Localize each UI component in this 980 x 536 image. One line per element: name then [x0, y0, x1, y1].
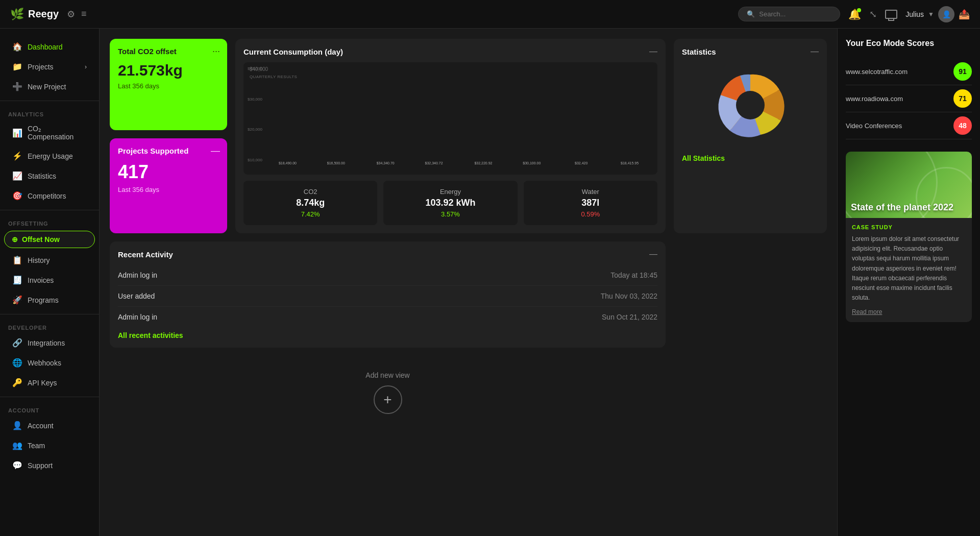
sidebar-item-integrations[interactable]: 🔗 Integrations: [4, 333, 95, 352]
sidebar-item-programs[interactable]: 🚀 Programs: [4, 290, 95, 309]
sidebar-item-api-keys[interactable]: 🔑 API Keys: [4, 373, 95, 392]
topnav-right: 🔍 🔔 ⤡ Julius ▼ 👤 📤: [738, 6, 970, 22]
sidebar-item-projects[interactable]: 📁 Projects ›: [4, 57, 95, 76]
pie-chart-container: [682, 64, 819, 146]
sidebar-label-energy: Energy Usage: [28, 152, 73, 160]
projects-card-title: Projects Supported: [118, 147, 219, 155]
co2-offset-card: Total CO2 offset ··· 21.573kg Last 356 d…: [110, 39, 227, 130]
user-menu[interactable]: Julius ▼ 👤 📤: [905, 6, 970, 22]
consumption-chart-panel: Current Consumption (day) — $40,000 QUAR…: [235, 39, 666, 233]
developer-section-label: DEVELOPER: [0, 319, 99, 333]
co2-card-sub: Last 356 days: [118, 82, 219, 90]
co2-card-value: 21.573kg: [118, 62, 219, 79]
sidebar-label-team: Team: [28, 442, 45, 450]
eco-score-row: www.selcotraffic.com 91: [846, 58, 972, 85]
chart-bars-container: $18,490.00$16,500.00$34,340.70$32,340.72…: [264, 84, 653, 170]
activity-date: Today at 18:45: [610, 271, 657, 279]
target-icon: 🎯: [12, 191, 22, 201]
integrations-icon: 🔗: [12, 338, 22, 348]
stat-value: 8.74kg: [251, 198, 370, 208]
activity-row: Admin log in Today at 18:45: [118, 265, 657, 286]
top-navigation: 🌿 Reegy ⚙ ≡ 🔍 🔔 ⤡ Julius ▼ 👤 📤: [0, 0, 980, 29]
exit-icon[interactable]: 📤: [959, 9, 970, 20]
stat-label: Energy: [390, 188, 510, 196]
statistics-minimize-icon[interactable]: —: [811, 47, 819, 56]
projects-card-options[interactable]: —: [211, 145, 220, 156]
expand-icon[interactable]: ⤡: [869, 9, 877, 20]
sidebar-item-dashboard[interactable]: 🏠 Dashboard: [4, 37, 95, 56]
activity-title: Recent Activity: [118, 250, 173, 259]
chart-title: Current Consumption (day): [243, 47, 343, 56]
sidebar-label-webhooks: Webhooks: [28, 359, 61, 367]
eco-title: Your Eco Mode Scores: [846, 39, 972, 48]
search-input[interactable]: [759, 10, 830, 18]
plus-circle-icon: ➕: [12, 82, 22, 91]
user-name: Julius: [905, 10, 924, 18]
add-view-button[interactable]: +: [374, 385, 402, 414]
stat-value: 103.92 kWh: [390, 198, 510, 208]
eco-scores-container: www.selcotraffic.com 91 www.roadiowa.com…: [846, 58, 972, 139]
eco-score-row: Video Conferences 48: [846, 112, 972, 139]
sidebar-label-co2: CO₂ Compensation: [28, 125, 87, 141]
recent-activity-panel: Recent Activity — Admin log in Today at …: [110, 241, 666, 348]
activity-minimize-icon[interactable]: —: [649, 250, 657, 259]
activity-row: User added Thu Nov 03, 2022: [118, 286, 657, 307]
add-view-area: Add new view +: [110, 356, 666, 429]
team-icon: 👥: [12, 441, 22, 450]
sidebar-item-co2[interactable]: 📊 CO₂ Compensation: [4, 120, 95, 145]
co2-icon: 📊: [12, 128, 22, 138]
account-icon: 👤: [12, 421, 22, 430]
sidebar-item-account[interactable]: 👤 Account: [4, 416, 95, 435]
chevron-down-icon: ▼: [928, 11, 934, 18]
case-study-label: CASE STUDY: [852, 224, 966, 230]
notification-bell[interactable]: 🔔: [848, 8, 861, 20]
home-icon: 🏠: [12, 42, 22, 52]
activity-rows-container: Admin log in Today at 18:45 User added T…: [118, 265, 657, 327]
sidebar-item-support[interactable]: 💬 Support: [4, 456, 95, 475]
planet-card-body: CASE STUDY Lorem ipsum dolor sit amet co…: [846, 218, 972, 322]
y-label-1: $30,000: [248, 97, 262, 102]
all-activities-link[interactable]: All recent activities: [118, 327, 657, 339]
svg-point-1: [736, 91, 765, 119]
sidebar-label-api-keys: API Keys: [28, 379, 57, 387]
sidebar-item-invoices[interactable]: 🧾 Invoices: [4, 271, 95, 289]
statistics-title: Statistics: [682, 47, 716, 56]
gear-icon[interactable]: ⚙: [67, 9, 75, 20]
bar-label: $32,420: [575, 161, 587, 165]
offset-plus-icon: ⊕: [12, 235, 18, 243]
y-label-2: $20,000: [248, 127, 262, 132]
activity-date: Sun Oct 21, 2022: [602, 313, 657, 321]
notification-dot: [857, 8, 861, 12]
stat-label: Water: [531, 188, 650, 196]
bar-label: $32,220.92: [474, 161, 492, 165]
folder-icon: 📁: [12, 62, 22, 71]
sidebar-label-support: Support: [28, 461, 53, 470]
co2-card-options[interactable]: ···: [212, 46, 220, 57]
activity-date: Thu Nov 03, 2022: [601, 292, 657, 300]
eco-score-badge: 71: [953, 89, 972, 108]
all-statistics-link[interactable]: All Statistics: [682, 154, 819, 162]
bar-label: $16,500.00: [327, 161, 345, 165]
energy-icon: ⚡: [12, 151, 22, 161]
sidebar-item-webhooks[interactable]: 🌐 Webhooks: [4, 353, 95, 372]
bar-label: $18,490.00: [279, 161, 297, 165]
sidebar-item-new-project[interactable]: ➕ New Project: [4, 77, 95, 96]
screen-icon: [885, 10, 897, 19]
app-name: Reegy: [28, 8, 59, 20]
read-more-link[interactable]: Read more: [852, 308, 882, 315]
sidebar-item-competitors[interactable]: 🎯 Competitors: [4, 186, 95, 205]
sidebar-item-statistics[interactable]: 📈 Statistics: [4, 166, 95, 185]
sidebar-item-history[interactable]: 📋 History: [4, 251, 95, 270]
main-content: Total CO2 offset ··· 21.573kg Last 356 d…: [100, 29, 837, 536]
sidebar-label-programs: Programs: [28, 296, 59, 304]
logo-area: 🌿 Reegy ⚙ ≡: [10, 8, 732, 21]
chart-minimize-icon[interactable]: —: [649, 47, 657, 56]
search-box[interactable]: 🔍: [738, 7, 840, 21]
sidebar-item-energy[interactable]: ⚡ Energy Usage: [4, 147, 95, 165]
sidebar-item-team[interactable]: 👥 Team: [4, 436, 95, 455]
stat-pct: 0.59%: [531, 210, 650, 218]
menu-icon[interactable]: ≡: [81, 9, 87, 19]
bar-label: $18,415.95: [621, 161, 639, 165]
account-section-label: ACCOUNT: [0, 401, 99, 416]
offset-now-button[interactable]: ⊕ Offset Now: [4, 231, 95, 248]
